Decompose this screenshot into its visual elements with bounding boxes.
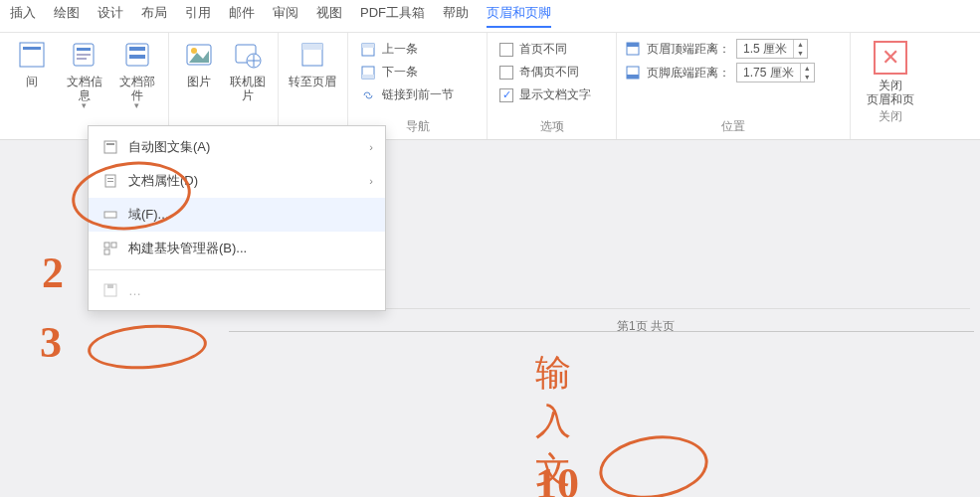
svg-rect-5 — [77, 58, 87, 60]
blocks-icon — [102, 241, 118, 256]
online-picture-button[interactable]: 联机图片 — [227, 37, 271, 102]
menu-header-footer[interactable]: 页眉和页脚 — [487, 4, 551, 28]
show-doc-text-checkbox[interactable]: ✓ 显示文档文字 — [495, 84, 608, 105]
chevron-down-icon: ▾ — [82, 100, 87, 110]
checkbox-checked-icon: ✓ — [499, 88, 513, 102]
svg-rect-21 — [627, 43, 639, 47]
svg-rect-1 — [23, 47, 41, 50]
svg-rect-30 — [104, 243, 109, 248]
chevron-right-icon: › — [369, 175, 373, 187]
svg-rect-7 — [129, 47, 145, 51]
chevron-right-icon: › — [369, 141, 373, 153]
field-icon — [102, 207, 118, 223]
header-top-icon — [625, 41, 641, 57]
header-top-spinner[interactable]: 1.5 厘米 ▲▼ — [736, 39, 808, 59]
prev-icon — [360, 42, 376, 58]
svg-rect-15 — [302, 44, 322, 50]
annotation-number-2: 2 — [42, 248, 64, 298]
link-previous-button[interactable]: 链接到前一节 — [356, 84, 479, 105]
spin-up-icon[interactable]: ▲ — [794, 40, 807, 49]
options-group-label: 选项 — [495, 116, 608, 137]
svg-rect-34 — [107, 284, 113, 288]
docinfo-icon — [69, 39, 100, 71]
menu-mail[interactable]: 邮件 — [229, 4, 255, 28]
svg-rect-0 — [20, 43, 44, 67]
autotext-icon — [102, 139, 118, 155]
menu-references[interactable]: 引用 — [185, 4, 211, 28]
annotation-circle-10 — [595, 429, 712, 497]
odd-even-different-checkbox[interactable]: 奇偶页不同 — [495, 62, 608, 83]
menu-view[interactable]: 视图 — [316, 4, 342, 28]
spin-down-icon[interactable]: ▼ — [794, 49, 807, 58]
menu-layout[interactable]: 布局 — [141, 4, 167, 28]
menu-design[interactable]: 设计 — [98, 4, 123, 28]
online-picture-icon — [232, 39, 264, 71]
svg-rect-31 — [111, 243, 116, 248]
picture-icon — [183, 39, 215, 71]
docprop-icon — [102, 173, 118, 189]
annotation-text: 输入文字样式 — [535, 349, 571, 497]
menu-draw[interactable]: 绘图 — [54, 4, 80, 28]
next-icon — [360, 65, 376, 81]
footer-bottom-icon — [625, 65, 641, 81]
page-number-text: 第1页 共页 — [617, 318, 675, 335]
svg-rect-32 — [104, 249, 109, 254]
position-group-label: 位置 — [625, 116, 842, 137]
svg-rect-29 — [104, 212, 116, 218]
header-top-label: 页眉顶端距离： — [647, 41, 730, 58]
menu-pdf[interactable]: PDF工具箱 — [360, 4, 425, 28]
svg-rect-4 — [77, 54, 91, 56]
svg-rect-27 — [107, 178, 113, 179]
annotation-number-10: 10 — [535, 458, 579, 497]
docprop-item[interactable]: 文档属性(D) › — [89, 164, 385, 198]
menu-bar: 插入 绘图 设计 布局 引用 邮件 审阅 视图 PDF工具箱 帮助 页眉和页脚 — [0, 0, 980, 33]
goto-header-button[interactable]: 转至页眉 — [287, 37, 338, 88]
menu-review[interactable]: 审阅 — [273, 4, 298, 28]
close-headerfooter-button[interactable]: ✕ 关闭页眉和页 — [863, 39, 918, 106]
doc-parts-icon — [121, 39, 153, 71]
doc-parts-dropdown: 自动图文集(A) › 文档属性(D) › 域(F)... 构建基块管理器(B).… — [88, 125, 386, 311]
first-page-different-checkbox[interactable]: 首页不同 — [495, 39, 608, 60]
chevron-down-icon: ▾ — [134, 100, 139, 110]
save-icon — [102, 282, 118, 298]
spin-up-icon[interactable]: ▲ — [801, 64, 814, 73]
spin-down-icon[interactable]: ▼ — [801, 73, 814, 82]
prev-section-button[interactable]: 上一条 — [356, 39, 479, 60]
menu-help[interactable]: 帮助 — [443, 4, 469, 28]
picture-button[interactable]: 图片 — [177, 37, 221, 102]
field-item[interactable]: 域(F)... — [89, 198, 385, 232]
separator — [89, 269, 385, 270]
svg-rect-24 — [104, 141, 116, 153]
svg-rect-8 — [129, 55, 145, 59]
close-group-label: 关闭 — [879, 106, 902, 127]
close-icon: ✕ — [874, 41, 907, 75]
footer-bottom-label: 页脚底端距离： — [647, 65, 730, 82]
svg-rect-19 — [362, 75, 374, 79]
link-icon — [360, 87, 376, 103]
next-section-button[interactable]: 下一条 — [356, 62, 479, 83]
goto-header-icon — [296, 39, 328, 71]
svg-rect-3 — [77, 48, 91, 51]
menu-insert[interactable]: 插入 — [10, 4, 36, 28]
clock-icon — [16, 39, 48, 71]
footer-bottom-spinner[interactable]: 1.75 厘米 ▲▼ — [736, 63, 815, 83]
footer-rule — [229, 331, 974, 332]
ribbon: 间 文档信息 ▾ 文档部件 ▾ 图片 联机图片 — [0, 33, 980, 140]
autotext-item[interactable]: 自动图文集(A) › — [89, 130, 385, 164]
docinfo-button[interactable]: 文档信息 ▾ — [61, 37, 107, 110]
svg-rect-25 — [106, 143, 114, 145]
doc-parts-button[interactable]: 文档部件 ▾ — [113, 37, 160, 110]
svg-rect-23 — [627, 75, 639, 79]
checkbox-icon — [499, 66, 513, 80]
building-blocks-item[interactable]: 构建基块管理器(B)... — [89, 232, 385, 265]
svg-point-11 — [191, 48, 197, 54]
annotation-number-3: 3 — [40, 317, 62, 368]
annotation-circle-3 — [87, 321, 209, 373]
footer-rule-top — [338, 308, 970, 309]
time-button[interactable]: 间 — [8, 37, 55, 110]
save-item[interactable]: … — [89, 274, 385, 306]
svg-rect-28 — [107, 181, 113, 182]
checkbox-icon — [499, 43, 513, 57]
svg-rect-17 — [362, 44, 374, 48]
